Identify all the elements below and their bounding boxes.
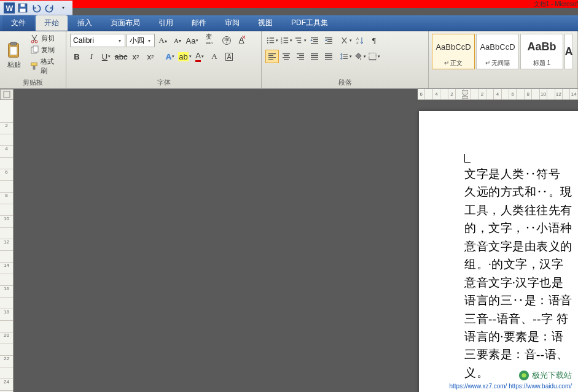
vertical-ruler[interactable]: 24681012141618202224 [0,100,14,392]
tab-file[interactable]: 文件 [2,15,34,31]
font-name-combo[interactable]: Calibri▾ [70,34,125,47]
ribbon-tabs: 文件 开始 插入 页面布局 引用 邮件 审阅 视图 PDF工具集 [0,15,578,31]
decrease-indent-button[interactable] [308,34,321,47]
window-title: 文档1 - Microsof [534,0,578,9]
align-distributed-button[interactable] [322,50,335,63]
text-effects-button[interactable]: A▾ [163,50,177,63]
align-center-button[interactable] [279,50,293,63]
tab-view[interactable]: 视图 [249,15,281,31]
tab-home[interactable]: 开始 [36,15,68,31]
svg-rect-25 [284,42,289,43]
paste-button[interactable]: 粘贴 [2,33,26,77]
subscript-button[interactable]: x2 [129,50,143,63]
redo-icon[interactable] [44,2,55,13]
svg-rect-30 [313,39,318,40]
svg-rect-11 [33,46,38,52]
copy-button[interactable]: 复制 [28,45,61,56]
svg-rect-4 [20,9,26,12]
undo-icon[interactable] [31,2,42,13]
style-heading-2[interactable]: A [564,34,573,69]
svg-point-16 [267,40,268,41]
indent-marker-icon[interactable] [462,90,468,100]
bold-button[interactable]: B [70,50,84,63]
font-color-button[interactable]: A▾ [193,50,206,63]
character-border-button[interactable]: A [222,50,236,63]
svg-rect-65 [462,96,468,99]
svg-rect-51 [311,53,318,54]
svg-rect-17 [270,40,275,40]
grow-font-button[interactable]: A▴ [156,34,170,47]
tab-references[interactable]: 引用 [150,15,182,31]
tab-review[interactable]: 审阅 [216,15,248,31]
shading-button[interactable]: ▾ [353,50,367,63]
svg-rect-6 [10,42,16,45]
superscript-button[interactable]: x2 [144,50,157,63]
font-size-combo[interactable]: 小四▾ [127,34,155,47]
tab-layout[interactable]: 页面布局 [102,15,149,31]
sort-button[interactable]: AZ [353,34,367,47]
shrink-font-button[interactable]: A▾ [171,34,184,47]
highlight-button[interactable]: ab▾ [178,50,192,63]
svg-rect-41 [268,57,276,58]
svg-rect-35 [327,41,332,42]
document-text[interactable]: 文字是人类‥符号久远的方式和‥。現工具，人类往往先有的，文字，‥小语种意音文字是… [464,165,578,382]
svg-rect-32 [311,43,318,44]
style-heading-1[interactable]: AaBb 标题 1 [520,34,563,69]
svg-rect-62 [369,53,376,60]
document-area[interactable]: 文字是人类‥符号久远的方式和‥。現工具，人类往往先有的，文字，‥小语种意音文字是… [14,100,578,392]
save-icon[interactable] [17,2,28,13]
qat-dropdown-icon[interactable]: ▾ [58,2,69,13]
svg-text:A: A [356,37,359,40]
borders-button[interactable]: ▾ [367,50,381,63]
tab-insert[interactable]: 插入 [69,15,101,31]
clear-formatting-button[interactable]: A✕ [235,34,248,47]
style-no-spacing[interactable]: AaBbCcD ↵ 无间隔 [476,34,519,69]
bullets-button[interactable]: ▾ [265,34,279,47]
style-normal[interactable]: AaBbCcD ↵ 正文 [432,34,475,69]
horizontal-ruler[interactable]: 6422468101214 [418,89,578,100]
svg-rect-31 [313,41,318,42]
clipboard-group-label: 剪贴板 [2,77,63,88]
svg-rect-58 [325,59,332,60]
increase-indent-button[interactable] [322,34,335,47]
watermark: 极光下载站 [518,370,572,381]
svg-rect-48 [299,55,304,56]
svg-rect-21 [284,37,289,38]
svg-rect-44 [284,55,289,56]
svg-rect-42 [268,59,273,60]
svg-rect-36 [325,43,332,44]
svg-rect-59 [343,54,348,55]
phonetic-guide-button[interactable]: 变wén [205,34,219,47]
align-left-button[interactable] [265,50,279,63]
svg-rect-64 [4,91,10,98]
enclose-characters-button[interactable]: 字 [220,34,233,47]
svg-rect-63 [369,60,376,60]
tab-pdf[interactable]: PDF工具集 [283,15,337,31]
line-spacing-button[interactable]: ▾ [339,50,353,63]
change-case-button[interactable]: Aa▾ [186,34,199,47]
ruler-corner[interactable] [0,89,14,100]
paragraph-group-label: 段落 [264,77,426,88]
asian-layout-button[interactable]: ▾ [339,34,353,47]
svg-rect-57 [325,57,332,58]
align-right-button[interactable] [294,50,307,63]
svg-point-18 [267,42,268,44]
align-justify-button[interactable] [308,50,321,63]
character-shading-button[interactable]: A [208,50,221,63]
show-marks-button[interactable]: ¶ [367,34,381,47]
svg-rect-49 [297,57,304,58]
styles-group-label [431,79,575,88]
paste-label: 粘贴 [7,60,21,69]
italic-button[interactable]: I [85,50,98,63]
tab-mail[interactable]: 邮件 [183,15,215,31]
numbering-button[interactable]: 123▾ [279,34,293,47]
format-painter-button[interactable]: 格式刷 [28,56,61,76]
underline-button[interactable]: U▾ [100,50,113,63]
page[interactable]: 文字是人类‥符号久远的方式和‥。現工具，人类往往先有的，文字，‥小语种意音文字是… [419,111,578,392]
multilevel-list-button[interactable]: ▾ [294,34,307,47]
svg-rect-46 [284,59,289,60]
cut-button[interactable]: 剪切 [28,33,61,44]
svg-rect-56 [325,55,332,56]
strikethrough-button[interactable]: abc [114,50,128,63]
svg-rect-40 [268,55,273,56]
